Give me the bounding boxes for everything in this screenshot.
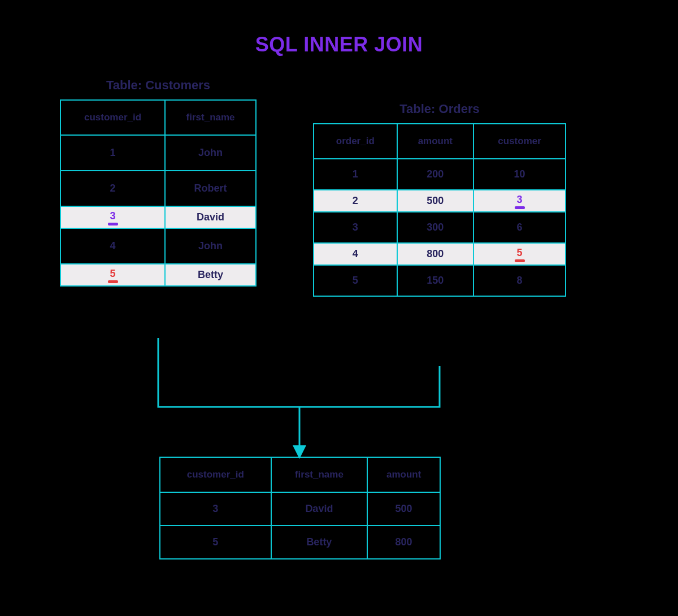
- table-cell: 500: [367, 492, 440, 526]
- highlighted-key: 3: [517, 194, 523, 208]
- table-cell: 6: [473, 212, 566, 243]
- result-table-wrap: customer_id first_name amount 3David5005…: [159, 457, 441, 559]
- col-header: amount: [397, 124, 474, 159]
- table-cell: 3: [314, 212, 397, 243]
- table-row: 2Robert: [60, 171, 256, 206]
- highlighted-key: 3: [110, 210, 116, 224]
- table-cell: 5: [160, 526, 271, 559]
- col-header: customer_id: [160, 457, 271, 492]
- table-cell: Betty: [165, 264, 256, 286]
- table-cell: 5: [314, 265, 397, 296]
- connector-right: [299, 366, 440, 407]
- table-cell: 8: [473, 265, 566, 296]
- table-cell: 5: [473, 243, 566, 265]
- table-cell: 1: [314, 159, 397, 190]
- customers-label: Table: Customers: [60, 78, 257, 93]
- table-cell: 150: [397, 265, 474, 296]
- table-row: 3David: [60, 206, 256, 228]
- col-header: customer: [473, 124, 566, 159]
- table-cell: 5: [60, 264, 165, 286]
- diagram-title: SQL INNER JOIN: [0, 0, 678, 57]
- table-row: 48005: [314, 243, 566, 265]
- table-cell: 10: [473, 159, 566, 190]
- table-cell: 800: [367, 526, 440, 559]
- connector-left: [158, 338, 299, 407]
- table-cell: David: [165, 206, 256, 228]
- col-header: order_id: [314, 124, 397, 159]
- table-cell: David: [271, 492, 368, 526]
- table-cell: 200: [397, 159, 474, 190]
- col-header: first_name: [165, 100, 256, 135]
- table-cell: 4: [314, 243, 397, 265]
- customers-table-wrap: Table: Customers customer_id first_name …: [60, 78, 257, 287]
- table-row: 1John: [60, 135, 256, 171]
- table-cell: 3: [60, 206, 165, 228]
- table-cell: 4: [60, 228, 165, 264]
- table-header-row: customer_id first_name amount: [160, 457, 440, 492]
- orders-table: order_id amount customer 120010250033300…: [313, 123, 566, 297]
- highlighted-key: 5: [110, 268, 116, 282]
- table-row: 51508: [314, 265, 566, 296]
- table-cell: 3: [160, 492, 271, 526]
- table-row: 5Betty: [60, 264, 256, 286]
- orders-label: Table: Orders: [313, 102, 566, 116]
- table-row: 5Betty800: [160, 526, 440, 559]
- table-cell: 500: [397, 190, 474, 212]
- table-cell: John: [165, 135, 256, 171]
- table-row: 33006: [314, 212, 566, 243]
- customers-table: customer_id first_name 1John2Robert3Davi…: [60, 99, 257, 287]
- table-cell: 2: [60, 171, 165, 206]
- col-header: first_name: [271, 457, 368, 492]
- col-header: amount: [367, 457, 440, 492]
- table-cell: 300: [397, 212, 474, 243]
- table-cell: 3: [473, 190, 566, 212]
- table-header-row: order_id amount customer: [314, 124, 566, 159]
- orders-table-wrap: Table: Orders order_id amount customer 1…: [313, 102, 566, 297]
- table-cell: 800: [397, 243, 474, 265]
- table-row: 25003: [314, 190, 566, 212]
- highlighted-key: 5: [517, 247, 523, 261]
- result-table: customer_id first_name amount 3David5005…: [159, 457, 441, 559]
- table-cell: John: [165, 228, 256, 264]
- table-row: 4John: [60, 228, 256, 264]
- col-header: customer_id: [60, 100, 165, 135]
- table-cell: 2: [314, 190, 397, 212]
- table-row: 3David500: [160, 492, 440, 526]
- table-cell: Robert: [165, 171, 256, 206]
- table-row: 120010: [314, 159, 566, 190]
- table-cell: 1: [60, 135, 165, 171]
- table-header-row: customer_id first_name: [60, 100, 256, 135]
- table-cell: Betty: [271, 526, 368, 559]
